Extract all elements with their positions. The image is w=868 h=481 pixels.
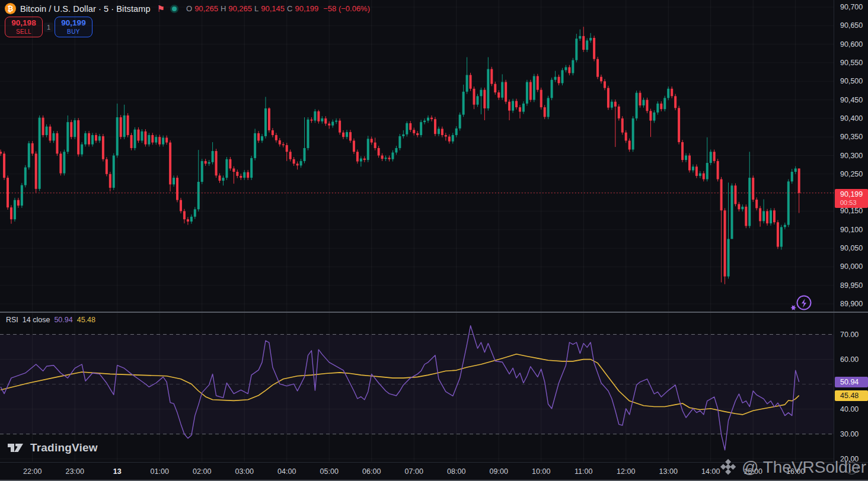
candle-body — [314, 111, 316, 121]
rsi-tick-label: 40.00 — [840, 405, 859, 413]
candle-body — [286, 145, 288, 152]
candle-body — [106, 159, 108, 174]
candle-body — [257, 133, 260, 141]
price-tick-label: 90,700 — [840, 3, 863, 11]
candle-body — [628, 140, 631, 149]
candle-body — [519, 107, 521, 112]
candle-body — [413, 130, 415, 133]
candle-body — [378, 148, 380, 156]
main-price-chart[interactable] — [0, 0, 834, 312]
candle-body — [208, 162, 210, 164]
candle-body — [222, 178, 224, 181]
candle-body — [31, 143, 34, 154]
price-tick-label: 90,300 — [840, 152, 863, 160]
candle-body — [727, 239, 730, 276]
candle-body — [254, 133, 256, 158]
time-tick-label: 04:00 — [277, 467, 296, 476]
candle-body — [462, 92, 465, 115]
candle-body — [183, 211, 186, 219]
candle-body — [169, 143, 171, 185]
time-tick-label: 11:00 — [575, 467, 592, 476]
candle-body — [148, 135, 150, 145]
flag-icon[interactable]: ⚑ — [157, 4, 165, 13]
candle-body — [144, 132, 146, 145]
diamond-cluster-icon — [719, 458, 737, 476]
symbol-title[interactable]: Bitcoin / U.S. Dollar · 5 · Bitstamp — [20, 4, 151, 14]
candle-body — [572, 60, 574, 73]
open-label: O — [186, 4, 192, 13]
candle-body — [247, 172, 249, 178]
price-tick-label: 90,450 — [840, 96, 863, 104]
candle-body — [367, 139, 369, 160]
flash-action-icon[interactable] — [787, 293, 816, 315]
tradingview-chart-window: ₿ Bitcoin / U.S. Dollar · 5 · Bitstamp ⚑… — [0, 0, 868, 481]
sell-label: SELL — [16, 28, 31, 36]
candle-body — [88, 133, 90, 145]
buy-price: 90,199 — [61, 18, 85, 28]
candle-body — [766, 211, 768, 223]
candle-body — [300, 161, 302, 166]
candle-body — [476, 96, 478, 104]
time-tick-label: 10:00 — [532, 467, 550, 476]
candle-body — [656, 104, 659, 113]
candle-body — [618, 107, 620, 118]
rsi-value-badge: 50.94 — [835, 377, 868, 387]
channel-watermark: @ TheVRSoldier — [719, 458, 866, 477]
low-value: 90,145 — [261, 4, 285, 13]
candle-body — [39, 118, 41, 189]
candle-body — [0, 152, 2, 153]
candle-body — [515, 101, 518, 107]
candle-body — [564, 67, 567, 70]
buy-button[interactable]: 90,199 BUY — [55, 17, 92, 37]
candle-body — [173, 178, 175, 184]
candle-body — [28, 143, 30, 168]
tradingview-logo[interactable]: TradingView — [8, 441, 98, 454]
candle-body — [434, 119, 436, 134]
rsi-ma-value-badge: 45.48 — [835, 390, 868, 401]
time-tick-label: 22:00 — [23, 467, 42, 476]
open-value: 90,265 — [194, 4, 218, 13]
time-tick-label: 13 — [113, 467, 122, 476]
candle-body — [770, 210, 772, 223]
rsi-value: 50.94 — [54, 316, 72, 324]
candle-body — [272, 130, 274, 135]
candle-body — [120, 117, 122, 137]
candle-body — [349, 132, 352, 140]
rsi-title[interactable]: RSI — [6, 316, 18, 324]
candle-body — [14, 200, 16, 220]
candle-body — [406, 123, 408, 134]
rsi-indicator-pane[interactable] — [0, 313, 834, 461]
candle-body — [575, 39, 577, 60]
candle-body — [74, 120, 76, 137]
candle-body — [777, 222, 779, 246]
candle-body — [579, 36, 581, 39]
time-tick-label: 23:00 — [66, 467, 84, 476]
candle-body — [699, 174, 701, 176]
pane-divider[interactable] — [0, 312, 868, 313]
candle-body — [713, 152, 716, 161]
price-tick-label: 90,150 — [840, 207, 863, 215]
candle-body — [480, 90, 482, 97]
high-value: 90,265 — [228, 4, 252, 13]
candle-body — [127, 116, 129, 135]
market-status-icon[interactable] — [170, 5, 178, 13]
candle-body — [455, 129, 458, 135]
time-tick-label: 08:00 — [447, 467, 465, 476]
price-axis[interactable]: 90,70090,65090,60090,55090,50090,45090,4… — [834, 0, 868, 462]
candle-body — [289, 152, 292, 159]
candle-body — [734, 185, 736, 204]
candle-body — [395, 148, 397, 153]
watermark-text: @ TheVRSoldier — [742, 458, 866, 477]
candle-body — [42, 118, 44, 135]
candle-body — [102, 136, 104, 159]
candle-body — [759, 208, 761, 221]
candle-body — [201, 161, 203, 182]
sell-button[interactable]: 90,198 SELL — [5, 17, 43, 37]
candle-body — [692, 166, 694, 170]
candle-body — [328, 124, 330, 126]
candle-body — [544, 107, 546, 117]
candle-body — [236, 172, 238, 176]
rsi-tick-label: 60.00 — [840, 355, 859, 364]
change-value: −58 (−0.06%) — [323, 4, 370, 13]
candle-body — [724, 210, 726, 276]
